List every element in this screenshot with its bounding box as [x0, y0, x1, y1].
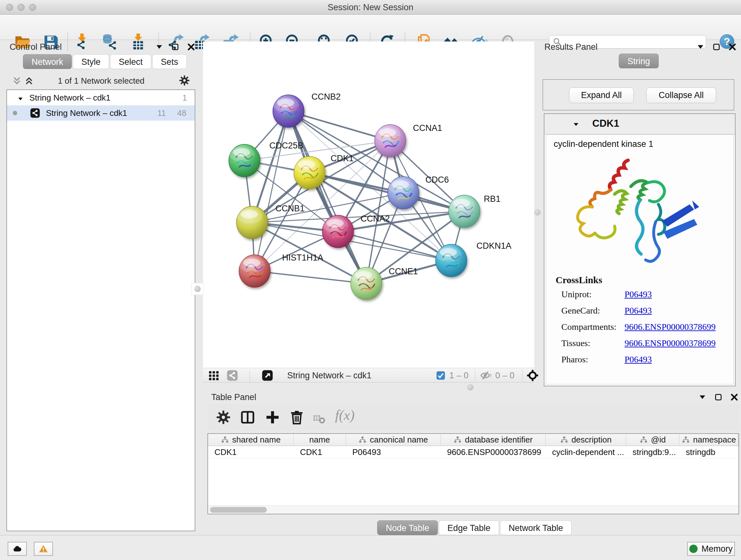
selected-node-edge-count: 1 – 0	[449, 371, 468, 381]
network-selection-status: 1 of 1 Network selected	[8, 76, 195, 86]
table-cell[interactable]: CDK1	[293, 446, 346, 458]
table-horizontal-scrollbar[interactable]	[208, 505, 738, 514]
node-CCNE1[interactable]	[351, 267, 382, 300]
table-settings-gear-icon[interactable]	[216, 410, 231, 425]
hidden-eye-icon[interactable]	[480, 370, 491, 381]
footer-separator	[250, 369, 250, 381]
column-header--id[interactable]: @id	[626, 434, 679, 446]
node-HIST1H1A[interactable]	[239, 255, 270, 287]
node-RB1[interactable]	[449, 195, 480, 228]
protein-card-header[interactable]: CDK1	[544, 114, 735, 134]
table-cell[interactable]: P06493	[346, 446, 441, 458]
crosslink-link[interactable]: 9606.ENSP00000378699	[624, 322, 716, 332]
warning-icon	[39, 544, 48, 554]
scrollbar-thumb[interactable]	[210, 507, 267, 513]
edge-HIST1H1A-CCNE1[interactable]	[255, 271, 366, 284]
delete-column-trash-icon[interactable]	[289, 410, 305, 425]
network-collection-row[interactable]: String Network – cdk1 1	[7, 90, 195, 105]
collapse-all-button[interactable]: Collapse All	[646, 87, 716, 103]
center-view-crosshair-icon[interactable]	[527, 369, 539, 381]
tree-icon	[358, 436, 367, 444]
tree-icon	[454, 436, 462, 444]
cloud-icon	[12, 544, 22, 554]
crosslink-link[interactable]: P06493	[624, 354, 652, 365]
panel-float-icon[interactable]	[714, 393, 723, 401]
network-canvas[interactable]: CCNB2CCNA1CDC25BCDK1CDC6RB1CCNB1CCNA2CDK…	[203, 42, 534, 368]
panel-close-icon[interactable]	[187, 43, 195, 51]
collection-caret-icon[interactable]	[17, 95, 23, 101]
selected-checkbox-icon[interactable]	[436, 371, 446, 382]
network-options-gear-icon[interactable]	[179, 75, 190, 86]
main-toolbar: ?	[0, 15, 741, 40]
panel-close-icon[interactable]	[728, 43, 737, 51]
crosslink-link[interactable]: P06493	[624, 289, 652, 300]
expand-all-button[interactable]: Expand All	[569, 87, 634, 103]
crosslinks-list: Uniprot:P06493GeneCard:P06493Compartment…	[561, 289, 727, 371]
panel-menu-icon[interactable]	[696, 43, 704, 51]
panel-menu-icon[interactable]	[155, 43, 163, 51]
network-row-selected[interactable]: String Network – cdk1 11 48	[7, 105, 195, 121]
network-overview-share-icon[interactable]	[226, 370, 238, 381]
panel-menu-icon[interactable]	[698, 393, 706, 401]
panel-close-icon[interactable]	[730, 393, 738, 401]
node-CDKN1A[interactable]	[435, 244, 467, 277]
table-cell[interactable]: stringdb	[679, 446, 738, 458]
node-CDK1[interactable]	[294, 157, 325, 189]
crosslink-label: Pharos:	[561, 354, 624, 365]
crosslink-row: Compartments:9606.ENSP00000378699	[561, 322, 727, 332]
bottom-splitter-handle[interactable]	[467, 384, 474, 390]
tree-icon	[682, 436, 690, 444]
node-CDC6[interactable]	[388, 177, 419, 209]
tab-edge-table[interactable]: Edge Table	[439, 520, 499, 535]
column-header-description[interactable]: description	[546, 434, 626, 446]
protein-description: cyclin-dependent kinase 1	[554, 139, 653, 149]
warnings-button[interactable]	[34, 542, 53, 556]
collapse-card-caret-icon[interactable]	[572, 121, 580, 128]
column-header-namespace[interactable]: namespace	[679, 434, 738, 446]
edge-CCNB2-HIST1H1A[interactable]	[255, 111, 288, 271]
node-CDC25B[interactable]	[229, 144, 260, 177]
crosslink-link[interactable]: 9606.ENSP00000378699	[624, 338, 716, 348]
node-label-RB1: RB1	[484, 194, 501, 204]
create-column-plus-icon[interactable]	[265, 410, 280, 425]
tab-network-table[interactable]: Network Table	[500, 520, 572, 535]
function-builder-icon[interactable]: f(x)	[335, 407, 354, 423]
table-cell[interactable]: stringdb:9...	[626, 446, 679, 458]
collection-name: String Network – cdk1	[29, 93, 111, 103]
crosslink-link[interactable]: P06493	[624, 306, 652, 316]
node-table[interactable]: shared namenamecanonical namedatabase id…	[207, 433, 739, 514]
column-header-database-identifier[interactable]: database identifier	[441, 434, 546, 446]
table-cell[interactable]: 9606.ENSP00000378699	[441, 446, 546, 458]
cloud-button[interactable]	[8, 542, 27, 556]
delete-table-icon[interactable]	[313, 412, 326, 428]
edge-CCNA1-HIST1H1A[interactable]	[255, 141, 390, 271]
node-CCNB2[interactable]	[273, 95, 304, 127]
show-columns-icon[interactable]	[240, 410, 255, 425]
tab-style[interactable]: Style	[73, 54, 109, 69]
tree-icon	[560, 436, 568, 444]
tab-select[interactable]: Select	[110, 54, 151, 69]
table-cell[interactable]: cyclin-dependent ...	[546, 446, 626, 458]
birdseye-grid-icon[interactable]	[208, 370, 219, 381]
memory-button[interactable]: Memory	[687, 542, 735, 556]
left-splitter-handle[interactable]	[192, 283, 204, 295]
panel-float-icon[interactable]	[171, 43, 179, 51]
panel-float-icon[interactable]	[712, 43, 721, 51]
edge-CCNA1-CDC25B[interactable]	[245, 141, 390, 161]
detach-view-icon[interactable]	[262, 370, 273, 381]
node-CCNB1[interactable]	[237, 206, 268, 239]
tab-node-table[interactable]: Node Table	[377, 520, 438, 535]
column-header-shared-name[interactable]: shared name	[208, 434, 293, 446]
network-edge-count: 48	[177, 108, 186, 118]
tab-sets[interactable]: Sets	[152, 54, 187, 69]
column-header-name[interactable]: name	[293, 434, 346, 446]
table-cell[interactable]: CDK1	[208, 446, 293, 458]
node-CCNA2[interactable]	[322, 215, 354, 248]
node-CCNA1[interactable]	[375, 125, 406, 157]
table-row[interactable]: CDK1CDK1P064939606.ENSP00000378699cyclin…	[208, 446, 738, 459]
column-header-canonical-name[interactable]: canonical name	[346, 434, 441, 446]
crosslink-label: Tissues:	[561, 338, 624, 348]
tab-network[interactable]: Network	[23, 54, 72, 69]
table-panel-tabs: Node TableEdge TableNetwork Table	[377, 520, 572, 535]
tab-string[interactable]: String	[619, 54, 659, 68]
